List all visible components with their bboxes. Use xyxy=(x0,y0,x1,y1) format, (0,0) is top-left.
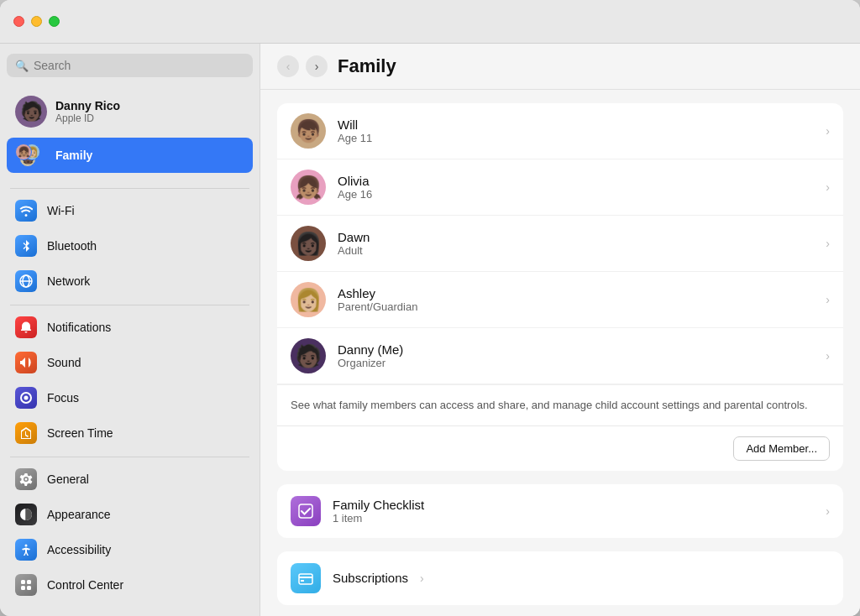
sidebar-item-label: Network xyxy=(47,274,90,288)
avatar-danny: 🧑🏿 xyxy=(291,338,326,373)
member-name-olivia: Olivia xyxy=(338,174,814,188)
chevron-icon: › xyxy=(826,180,830,194)
sidebar-item-bluetooth[interactable]: Bluetooth xyxy=(7,229,253,263)
titlebar xyxy=(0,0,860,44)
forward-button[interactable]: › xyxy=(306,55,328,77)
avatar-dawn: 👩🏿 xyxy=(291,226,326,261)
sidebar-item-wifi[interactable]: Wi-Fi xyxy=(7,194,253,227)
member-row-olivia[interactable]: 👧🏽 Olivia Age 16 › xyxy=(277,159,843,216)
search-icon: 🔍 xyxy=(15,60,29,72)
svg-rect-11 xyxy=(301,580,304,582)
family-label: Family xyxy=(55,149,92,162)
fullscreen-button[interactable] xyxy=(49,16,60,27)
svg-point-4 xyxy=(25,545,28,547)
family-avatar-1: 👧🏽 xyxy=(15,144,32,160)
network-icon xyxy=(15,270,37,292)
sidebar-item-label: Screen Time xyxy=(47,426,113,440)
chevron-icon: › xyxy=(826,504,830,518)
sidebar-item-label: Bluetooth xyxy=(47,239,97,253)
member-row-will[interactable]: 👦🏽 Will Age 11 › xyxy=(277,103,843,159)
member-role-will: Age 11 xyxy=(338,132,814,144)
sidebar-item-focus[interactable]: Focus xyxy=(7,381,253,415)
avatar-ashley: 👩🏼 xyxy=(291,282,326,317)
family-description: See what family members can access and s… xyxy=(277,384,843,425)
minimize-button[interactable] xyxy=(31,16,42,27)
member-row-danny[interactable]: 🧑🏿 Danny (Me) Organizer › xyxy=(277,328,843,384)
family-avatars: 👧🏽 👩🏼 🧑🏿 xyxy=(15,144,47,167)
sound-icon xyxy=(15,352,37,373)
sidebar-item-accessibility[interactable]: Accessibility xyxy=(7,533,253,566)
member-role-danny: Organizer xyxy=(338,357,814,369)
add-member-row: Add Member... xyxy=(277,425,843,471)
chevron-icon: › xyxy=(420,572,424,585)
sidebar-item-label: Accessibility xyxy=(47,543,111,556)
members-card: 👦🏽 Will Age 11 › 👧🏽 Olivia Age 16 xyxy=(277,103,843,471)
member-info-olivia: Olivia Age 16 xyxy=(338,174,814,201)
svg-rect-8 xyxy=(27,586,31,590)
sidebar-item-family[interactable]: 👧🏽 👩🏼 🧑🏿 Family xyxy=(7,138,253,173)
sidebar-item-label: Notifications xyxy=(47,321,111,334)
checklist-icon xyxy=(291,496,321,526)
member-name-danny: Danny (Me) xyxy=(338,342,814,357)
sidebar-item-network[interactable]: Network xyxy=(7,264,253,298)
sidebar-item-sound[interactable]: Sound xyxy=(7,346,253,379)
main-window: 🔍 🧑🏿 Danny Rico Apple ID 👧🏽 👩🏼 🧑🏿 xyxy=(0,0,860,616)
divider-3 xyxy=(10,457,249,457)
svg-rect-6 xyxy=(27,580,31,584)
subscriptions-name: Subscriptions xyxy=(333,571,408,585)
avatar-emoji: 🧑🏿 xyxy=(20,101,43,123)
user-profile-item[interactable]: 🧑🏿 Danny Rico Apple ID xyxy=(7,89,253,134)
chevron-icon: › xyxy=(826,237,830,250)
search-bar[interactable]: 🔍 xyxy=(7,54,253,77)
traffic-lights xyxy=(13,16,60,27)
sidebar-item-label: Appearance xyxy=(47,508,111,521)
back-button[interactable]: ‹ xyxy=(277,55,299,77)
svg-rect-10 xyxy=(299,574,312,584)
close-button[interactable] xyxy=(13,16,24,27)
main-body: 👦🏽 Will Age 11 › 👧🏽 Olivia Age 16 xyxy=(260,90,860,616)
bluetooth-icon xyxy=(15,235,37,257)
wifi-icon xyxy=(15,200,37,222)
checklist-row[interactable]: Family Checklist 1 item › xyxy=(277,484,843,538)
checklist-info: Family Checklist 1 item xyxy=(333,498,814,525)
checklist-name: Family Checklist xyxy=(333,498,814,512)
member-row-dawn[interactable]: 👩🏿 Dawn Adult › xyxy=(277,216,843,272)
sidebar-item-general[interactable]: General xyxy=(7,462,253,496)
avatar-will: 👦🏽 xyxy=(291,113,326,149)
member-role-dawn: Adult xyxy=(338,244,814,257)
avatar: 🧑🏿 xyxy=(15,96,47,128)
controlcenter-icon xyxy=(15,574,37,596)
sidebar-item-label: Sound xyxy=(47,356,81,369)
subscriptions-info: Subscriptions xyxy=(333,571,408,585)
member-info-dawn: Dawn Adult xyxy=(338,230,814,257)
sidebar-item-label: Focus xyxy=(47,391,79,405)
user-info: Danny Rico Apple ID xyxy=(55,99,120,124)
screentime-icon xyxy=(15,422,37,444)
accessibility-icon xyxy=(15,539,37,561)
main-header: ‹ › Family xyxy=(260,44,860,90)
notifications-icon xyxy=(15,316,37,338)
subscriptions-row[interactable]: Subscriptions › xyxy=(277,551,843,605)
member-info-danny: Danny (Me) Organizer xyxy=(338,342,814,369)
svg-rect-5 xyxy=(21,580,25,584)
chevron-icon: › xyxy=(826,293,830,306)
add-member-button[interactable]: Add Member... xyxy=(733,436,830,461)
member-name-will: Will xyxy=(338,117,814,132)
sidebar-item-screentime[interactable]: Screen Time xyxy=(7,416,253,450)
divider-2 xyxy=(10,305,249,305)
checklist-count: 1 item xyxy=(333,512,814,525)
sidebar-item-label: Wi-Fi xyxy=(47,204,75,217)
chevron-icon: › xyxy=(826,349,830,363)
chevron-icon: › xyxy=(826,124,830,138)
focus-icon xyxy=(15,387,37,409)
user-name: Danny Rico xyxy=(55,99,120,112)
page-title: Family xyxy=(338,55,396,77)
sidebar-item-notifications[interactable]: Notifications xyxy=(7,311,253,344)
svg-rect-7 xyxy=(21,586,25,590)
sidebar: 🔍 🧑🏿 Danny Rico Apple ID 👧🏽 👩🏼 🧑🏿 xyxy=(0,44,260,616)
sidebar-item-controlcenter[interactable]: Control Center xyxy=(7,568,253,602)
member-row-ashley[interactable]: 👩🏼 Ashley Parent/Guardian › xyxy=(277,272,843,328)
subscriptions-icon xyxy=(291,563,321,593)
search-input[interactable] xyxy=(34,59,244,72)
sidebar-item-appearance[interactable]: Appearance xyxy=(7,498,253,531)
